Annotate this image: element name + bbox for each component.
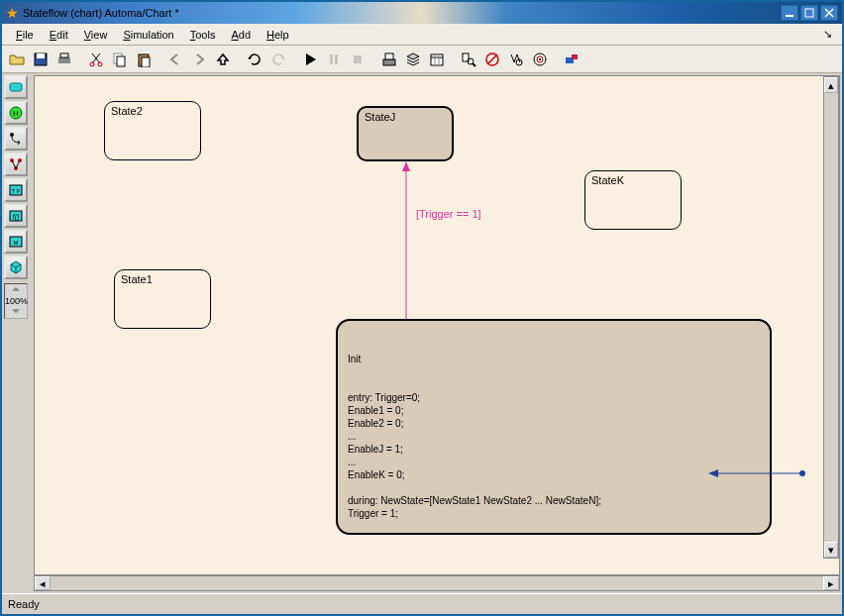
layers-icon[interactable] (402, 49, 424, 70)
menu-view[interactable]: View (76, 27, 116, 43)
maximize-button[interactable] (800, 5, 818, 21)
menu-file[interactable]: File (8, 27, 42, 43)
init-state-body: entry: Trigger=0; Enable1 = 0; Enable2 =… (348, 391, 760, 520)
copy-icon[interactable] (109, 49, 131, 70)
play-icon[interactable] (299, 49, 321, 70)
default-transition[interactable] (708, 467, 807, 479)
minimize-button[interactable] (781, 5, 798, 21)
tool-state-icon[interactable] (4, 75, 28, 99)
state-init[interactable]: Init entry: Trigger=0; Enable1 = 0; Enab… (336, 319, 772, 535)
print-icon[interactable] (53, 49, 75, 70)
tool-emfunction-icon[interactable]: M (4, 230, 28, 254)
svg-line-44 (16, 160, 20, 168)
state-statek[interactable]: StateK (584, 170, 682, 230)
zoom-control[interactable]: 100% (4, 283, 28, 319)
tool-junction-icon[interactable] (4, 153, 28, 176)
svg-rect-15 (142, 57, 150, 67)
menu-edit[interactable]: Edit (42, 27, 76, 43)
back-icon[interactable] (164, 49, 186, 70)
scroll-left-icon[interactable]: ◂ (35, 576, 51, 590)
svg-point-39 (10, 133, 14, 137)
svg-line-43 (12, 160, 16, 168)
up-icon[interactable] (212, 49, 234, 70)
svg-text:M: M (14, 240, 19, 246)
explore-icon[interactable] (458, 49, 479, 70)
pause-icon[interactable] (323, 49, 345, 70)
svg-rect-1 (805, 9, 813, 17)
modified-star-icon: ★ (6, 5, 19, 21)
svg-line-27 (473, 63, 475, 66)
menu-tools[interactable]: Tools (182, 27, 224, 43)
tool-box-icon[interactable] (4, 256, 28, 279)
svg-rect-6 (58, 57, 70, 63)
side-toolbar: H T F f() M 100% (2, 73, 32, 593)
window-title: Stateflow (chart) Automa/Chart * (23, 7, 179, 19)
menu-help[interactable]: Help (259, 27, 297, 43)
menu-bar: File Edit View Simulation Tools Add Help… (2, 24, 842, 46)
scroll-right-icon[interactable]: ▸ (823, 576, 839, 590)
horizontal-scrollbar[interactable]: ◂ ▸ (34, 575, 840, 591)
state-label: State2 (111, 105, 143, 117)
svg-rect-18 (354, 55, 362, 63)
state-label: State1 (121, 273, 153, 285)
svg-text:T F: T F (12, 188, 21, 194)
build-icon[interactable] (378, 49, 400, 70)
chart-canvas[interactable]: State2 StateJ StateK State1 [Trigger == … (34, 75, 840, 575)
svg-rect-17 (335, 54, 338, 64)
close-button[interactable] (820, 5, 838, 21)
redo-icon[interactable] (267, 49, 289, 70)
state-state2[interactable]: State2 (104, 101, 201, 160)
svg-text:H: H (13, 109, 19, 118)
state-state1[interactable]: State1 (114, 269, 211, 329)
svg-rect-5 (37, 53, 45, 58)
transition-arrow[interactable] (401, 161, 411, 320)
svg-line-29 (487, 54, 497, 64)
scroll-down-icon[interactable]: ▾ (824, 542, 838, 558)
state-label: StateK (591, 174, 624, 186)
cut-icon[interactable] (85, 49, 107, 70)
tool-history-icon[interactable]: H (4, 101, 28, 125)
zoom-level: 100% (5, 296, 27, 306)
save-icon[interactable] (30, 49, 52, 70)
state-statej[interactable]: StateJ (357, 106, 454, 161)
tool-truthtable-icon[interactable]: T F (4, 178, 28, 202)
undo-icon[interactable] (244, 49, 265, 70)
vertical-scrollbar[interactable]: ▴ ▾ (823, 76, 839, 559)
stop-icon[interactable] (347, 49, 369, 70)
svg-rect-35 (572, 54, 578, 59)
simulink-icon[interactable] (561, 49, 582, 70)
open-icon[interactable] (6, 49, 28, 70)
forward-icon[interactable] (188, 49, 210, 70)
svg-rect-19 (383, 59, 395, 65)
title-bar: ★ Stateflow (chart) Automa/Chart * (2, 2, 842, 24)
init-state-label: Init (348, 353, 760, 365)
find-icon[interactable] (505, 49, 527, 70)
svg-text:f(): f() (13, 213, 20, 221)
paste-icon[interactable] (133, 49, 155, 70)
menu-simulation[interactable]: Simulation (115, 27, 181, 43)
toolbar (2, 46, 842, 73)
scroll-up-icon[interactable]: ▴ (824, 77, 838, 93)
menu-add[interactable]: Add (223, 27, 259, 43)
svg-rect-7 (60, 53, 68, 57)
debug-off-icon[interactable] (481, 49, 503, 70)
svg-point-33 (539, 58, 541, 60)
calendar-icon[interactable] (426, 49, 448, 70)
menu-overflow-icon[interactable]: ↘ (819, 28, 836, 41)
svg-rect-36 (10, 83, 22, 91)
status-text: Ready (8, 598, 40, 610)
svg-rect-16 (330, 54, 333, 64)
tool-function-icon[interactable]: f() (4, 204, 28, 228)
svg-rect-21 (431, 54, 443, 65)
target-icon[interactable] (529, 49, 551, 70)
tool-default-transition-icon[interactable] (4, 127, 28, 151)
transition-label[interactable]: [Trigger == 1] (416, 208, 481, 220)
svg-rect-20 (385, 53, 393, 59)
status-bar: Ready (2, 593, 842, 614)
state-label: StateJ (365, 111, 395, 123)
svg-rect-13 (117, 56, 125, 66)
